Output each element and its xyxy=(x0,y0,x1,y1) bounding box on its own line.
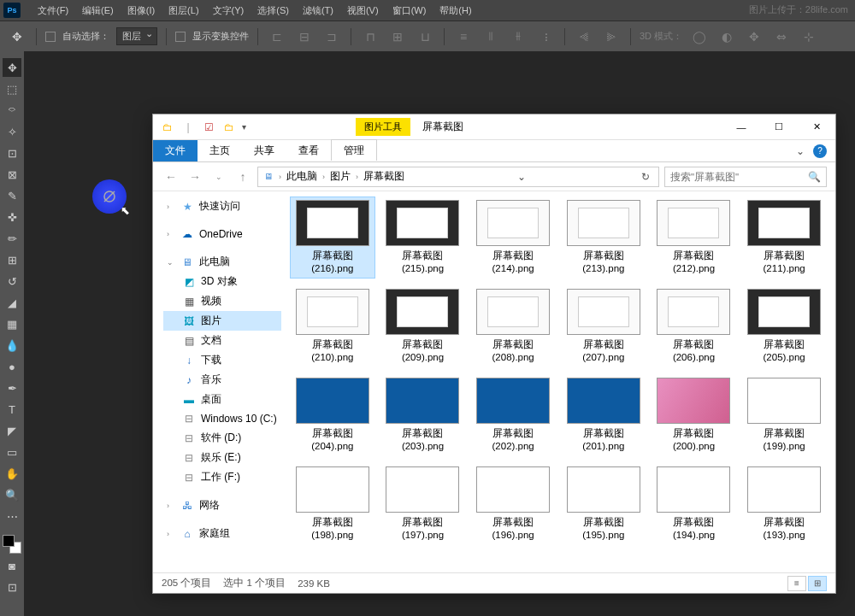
align-center-v-icon[interactable]: ⊞ xyxy=(387,26,408,47)
crop-tool[interactable]: ⊡ xyxy=(3,144,21,162)
3d-roll-icon[interactable]: ◐ xyxy=(716,26,737,47)
breadcrumb-dropdown-icon[interactable]: ⌄ xyxy=(512,171,531,183)
share-tab[interactable]: 共享 xyxy=(242,140,286,161)
3d-orbit-icon[interactable]: ◯ xyxy=(689,26,710,47)
zoom-tool[interactable]: 🔍 xyxy=(3,485,21,504)
file-item[interactable]: 屏幕截图 (209).png xyxy=(380,285,466,367)
screen-mode-tool[interactable]: ⊡ xyxy=(3,578,21,596)
explorer-file-pane[interactable]: 屏幕截图 (216).png屏幕截图 (215).png屏幕截图 (214).p… xyxy=(281,191,835,572)
3d-pan-icon[interactable]: ✥ xyxy=(744,26,764,47)
forward-button[interactable]: → xyxy=(186,167,204,186)
sidebar-item[interactable]: ◩3D 对象 xyxy=(163,272,281,291)
rectangle-tool[interactable]: ▭ xyxy=(3,443,21,461)
maximize-button[interactable]: ☐ xyxy=(760,115,798,139)
show-transform-checkbox[interactable] xyxy=(175,32,186,42)
frame-tool[interactable]: ⊠ xyxy=(3,165,21,184)
sidebar-onedrive[interactable]: › ☁ OneDrive xyxy=(163,225,281,243)
file-item[interactable]: 屏幕截图 (197).png xyxy=(380,463,466,545)
file-item[interactable]: 屏幕截图 (200).png xyxy=(652,374,737,456)
file-item[interactable]: 屏幕截图 (204).png xyxy=(290,374,375,456)
qat-properties-icon[interactable]: ☑ xyxy=(201,120,216,135)
view-details-button[interactable]: ≡ xyxy=(787,576,806,591)
sidebar-item[interactable]: ▦视频 xyxy=(163,291,281,311)
breadcrumb-item[interactable]: 图片 xyxy=(328,170,352,183)
color-swatches[interactable] xyxy=(3,535,21,554)
align-center-h-icon[interactable]: ⊟ xyxy=(294,26,315,47)
explorer-title-bar[interactable]: 🗀 | ☑ 🗀 ▾ 图片工具 屏幕截图 — ☐ ✕ xyxy=(153,114,835,140)
distribute-3-icon[interactable]: ⫵ xyxy=(508,26,528,47)
file-item[interactable]: 屏幕截图 (207).png xyxy=(561,285,646,367)
ps-menu-item[interactable]: 文字(Y) xyxy=(206,4,251,17)
file-item[interactable]: 屏幕截图 (214).png xyxy=(470,197,556,279)
view-tab[interactable]: 查看 xyxy=(286,140,331,161)
magic-wand-tool[interactable]: ✧ xyxy=(3,122,21,141)
file-item[interactable]: 屏幕截图 (195).png xyxy=(561,463,646,545)
pen-tool[interactable]: ✒ xyxy=(3,378,21,397)
file-item[interactable]: 屏幕截图 (211).png xyxy=(741,197,827,279)
quick-mask-tool[interactable]: ◙ xyxy=(3,556,21,575)
hand-tool[interactable]: ✋ xyxy=(3,464,21,483)
distribute-4-icon[interactable]: ⫶ xyxy=(535,26,556,47)
breadcrumb-item[interactable]: 此电脑 xyxy=(285,170,319,183)
path-selection-tool[interactable]: ◤ xyxy=(3,421,21,440)
3d-scale-icon[interactable]: ⊹ xyxy=(799,26,819,47)
sidebar-quick-access[interactable]: › ★ 快速访问 xyxy=(163,197,281,216)
sidebar-item[interactable]: ⊟工作 (F:) xyxy=(163,467,281,487)
back-button[interactable]: ← xyxy=(162,167,180,186)
distribute-5-icon[interactable]: ⫷ xyxy=(574,26,594,47)
file-item[interactable]: 屏幕截图 (215).png xyxy=(380,197,466,279)
text-tool[interactable]: T xyxy=(3,400,21,419)
sidebar-item[interactable]: ♪音乐 xyxy=(163,370,281,390)
file-item[interactable]: 屏幕截图 (203).png xyxy=(380,374,466,456)
recent-dropdown[interactable]: ⌄ xyxy=(209,167,228,186)
auto-select-checkbox[interactable] xyxy=(45,32,56,42)
search-icon[interactable]: 🔍 xyxy=(808,171,821,183)
gradient-tool[interactable]: ▦ xyxy=(3,314,21,333)
sidebar-item[interactable]: 🖼图片 xyxy=(163,311,281,331)
edit-toolbar-tool[interactable]: ⋯ xyxy=(3,507,21,525)
file-tab[interactable]: 文件 xyxy=(153,140,198,161)
breadcrumb-bar[interactable]: 🖥 › 此电脑 › 图片 › 屏幕截图 ⌄ ↻ xyxy=(257,167,659,187)
file-item[interactable]: 屏幕截图 (202).png xyxy=(470,374,556,456)
align-bottom-icon[interactable]: ⊔ xyxy=(415,26,435,47)
sidebar-item[interactable]: ▬桌面 xyxy=(163,390,281,409)
sidebar-network[interactable]: › 🖧 网络 xyxy=(163,496,281,515)
file-item[interactable]: 屏幕截图 (208).png xyxy=(470,285,556,367)
eyedropper-tool[interactable]: ✎ xyxy=(3,186,21,205)
3d-slide-icon[interactable]: ⇔ xyxy=(771,26,792,47)
ps-menu-item[interactable]: 文件(F) xyxy=(31,4,75,17)
file-item[interactable]: 屏幕截图 (201).png xyxy=(561,374,646,456)
sidebar-item[interactable]: ↓下载 xyxy=(163,350,281,370)
ps-menu-item[interactable]: 帮助(H) xyxy=(433,4,478,17)
collapse-ribbon-icon[interactable]: ⌄ xyxy=(796,145,805,157)
file-item[interactable]: 屏幕截图 (198).png xyxy=(290,463,375,545)
sidebar-this-pc[interactable]: ⌄ 🖥 此电脑 xyxy=(163,252,281,272)
brush-tool[interactable]: ✏ xyxy=(3,229,21,248)
file-item[interactable]: 屏幕截图 (194).png xyxy=(652,463,737,545)
ps-menu-item[interactable]: 图层(L) xyxy=(162,4,205,17)
align-left-icon[interactable]: ⊏ xyxy=(267,26,287,47)
file-item[interactable]: 屏幕截图 (213).png xyxy=(561,197,646,279)
distribute-2-icon[interactable]: ⫴ xyxy=(481,26,501,47)
distribute-1-icon[interactable]: ≡ xyxy=(453,26,474,47)
sidebar-item[interactable]: ⊟软件 (D:) xyxy=(163,428,281,448)
file-item[interactable]: 屏幕截图 (212).png xyxy=(652,197,737,279)
view-thumbnails-button[interactable]: ⊞ xyxy=(808,576,827,591)
healing-brush-tool[interactable]: ✜ xyxy=(3,208,21,226)
clone-stamp-tool[interactable]: ⊞ xyxy=(3,250,21,269)
close-button[interactable]: ✕ xyxy=(798,115,835,139)
marquee-tool[interactable]: ⬚ xyxy=(3,79,21,98)
move-tool[interactable]: ✥ xyxy=(3,58,21,77)
eraser-tool[interactable]: ◢ xyxy=(3,293,21,312)
align-right-icon[interactable]: ⊐ xyxy=(321,26,342,47)
sidebar-homegroup[interactable]: › ⌂ 家庭组 xyxy=(163,524,281,543)
search-box[interactable]: 🔍 xyxy=(664,167,827,187)
ps-menu-item[interactable]: 视图(V) xyxy=(340,4,386,17)
layer-select-dropdown[interactable]: 图层 xyxy=(116,27,157,45)
file-item[interactable]: 屏幕截图 (206).png xyxy=(652,285,737,367)
ps-menu-item[interactable]: 图像(I) xyxy=(121,4,162,17)
file-item[interactable]: 屏幕截图 (199).png xyxy=(741,374,827,456)
distribute-6-icon[interactable]: ⫸ xyxy=(601,26,622,47)
ps-menu-item[interactable]: 滤镜(T) xyxy=(296,4,340,17)
manage-tab[interactable]: 管理 xyxy=(331,139,377,161)
